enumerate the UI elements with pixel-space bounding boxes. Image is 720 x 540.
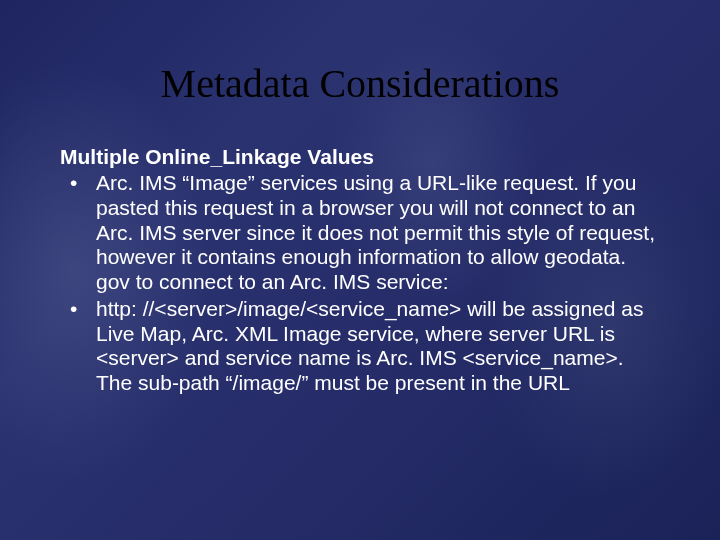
slide-subheading: Multiple Online_Linkage Values <box>60 145 665 169</box>
slide: Metadata Considerations Multiple Online_… <box>0 0 720 540</box>
slide-content: Multiple Online_Linkage Values Arc. IMS … <box>55 145 665 396</box>
slide-title: Metadata Considerations <box>55 60 665 107</box>
list-item: Arc. IMS “Image” services using a URL-li… <box>60 171 665 295</box>
bullet-list: Arc. IMS “Image” services using a URL-li… <box>60 171 665 396</box>
list-item: http: //<server>/image/<service_name> wi… <box>60 297 665 396</box>
